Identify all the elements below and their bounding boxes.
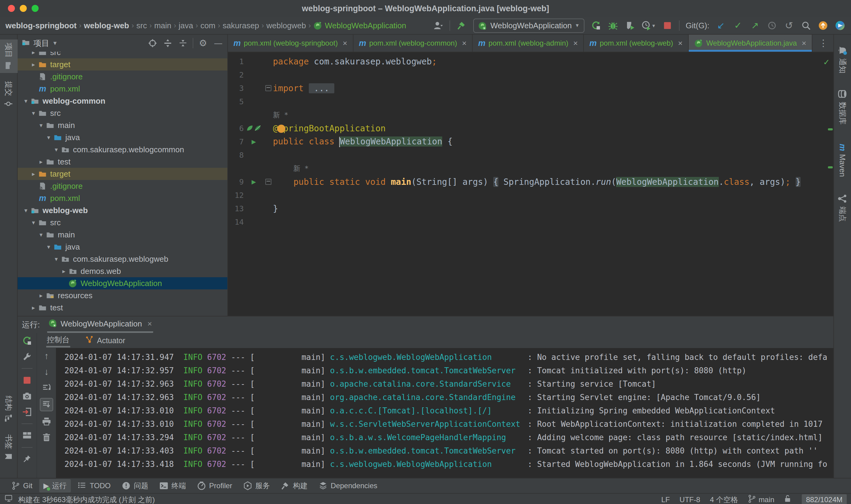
close-window-button[interactable] — [8, 5, 15, 12]
tool-window-button-构建[interactable]: 构建 — [276, 479, 312, 492]
code-line-6[interactable]: 6@SpringBootApplication — [228, 122, 833, 135]
chevron-collapsed-icon[interactable]: ▸ — [37, 292, 45, 299]
stop-button[interactable] — [662, 20, 673, 31]
editor-tab-pom.xml (weblog-springboot)[interactable]: mpom.xml (weblog-springboot)× — [228, 35, 354, 52]
fold-marker-icon[interactable] — [265, 85, 271, 91]
chevron-expanded-icon[interactable]: ▾ — [45, 243, 53, 251]
chevron-expanded-icon[interactable]: ▾ — [30, 109, 37, 117]
tree-row-target[interactable]: ▸target — [18, 58, 227, 71]
chevron-expanded-icon[interactable]: ▾ — [30, 219, 37, 226]
project-tree[interactable]: ▸src▸target.gitignorempom.xml▾weblog-com… — [18, 52, 227, 316]
breadcrumb-item[interactable]: sakurasep — [223, 21, 259, 31]
encoding-widget[interactable]: UTF-8 — [680, 496, 700, 504]
tool-window-button-服务[interactable]: 服务 — [239, 479, 274, 492]
chevron-expanded-icon[interactable]: ▾ — [22, 97, 30, 105]
log-row[interactable]: 2024-01-07 14:17:33.010 INFO 6702 --- [m… — [65, 417, 833, 431]
search-everywhere-button[interactable] — [800, 20, 812, 31]
tree-row-java[interactable]: ▾java — [18, 241, 227, 253]
expand-all-button[interactable] — [162, 38, 173, 49]
code-with-me-button[interactable] — [835, 20, 846, 31]
tab-actuator[interactable]: Actuator — [85, 334, 126, 347]
edit-configuration-button[interactable] — [22, 351, 33, 362]
profile-button[interactable] — [433, 20, 443, 31]
log-row[interactable]: 2024-01-07 14:17:31.947 INFO 6702 --- [m… — [65, 350, 833, 364]
code-line-2[interactable]: 2 — [228, 68, 833, 82]
tree-row-WeblogWebApplication[interactable]: WeblogWebApplication — [18, 277, 227, 289]
chevron-expanded-icon[interactable]: ▾ — [37, 231, 45, 238]
git-update-button[interactable]: ↙ — [716, 20, 726, 31]
run-gutter-icon[interactable]: ▶ — [252, 178, 256, 186]
chevron-collapsed-icon[interactable]: ▸ — [30, 304, 37, 311]
tree-row-src[interactable]: ▾src — [18, 216, 227, 229]
layout-widget-icon[interactable] — [4, 495, 13, 504]
tree-row-com.sakurasep.weblogweb[interactable]: ▾com.sakurasep.weblogweb — [18, 253, 227, 265]
close-icon[interactable]: × — [462, 39, 467, 48]
rollback-button[interactable]: ↺ — [783, 20, 795, 31]
code-line-14[interactable]: 14 — [228, 215, 833, 229]
log-row[interactable]: 2024-01-07 14:17:33.010 INFO 6702 --- [m… — [65, 404, 833, 417]
tree-row-pom.xml[interactable]: mpom.xml — [18, 83, 227, 95]
breadcrumb-file[interactable]: WeblogWebApplication — [313, 21, 406, 31]
tree-row-main[interactable]: ▾main — [18, 119, 227, 131]
breadcrumb[interactable]: weblog-springboot›weblog-web›src›main›ja… — [5, 21, 406, 31]
tree-row-.gitignore[interactable]: .gitignore — [18, 71, 227, 83]
breadcrumb-item[interactable]: weblogweb — [267, 21, 306, 31]
code-line-12[interactable]: 12 — [228, 188, 833, 202]
code-line-1[interactable]: 1package com.sakurasep.weblogweb; — [228, 55, 833, 68]
tool-window-button-运行[interactable]: ▶运行 — [39, 479, 71, 492]
window-controls[interactable] — [8, 5, 39, 12]
code-line-3[interactable]: 3import ... — [228, 82, 833, 95]
hide-panel-button[interactable]: — — [213, 38, 224, 49]
panel-settings-button[interactable]: ⚙ — [198, 38, 209, 49]
log-row[interactable]: 2024-01-07 14:17:33.294 INFO 6702 --- [m… — [65, 431, 833, 444]
log-row[interactable]: 2024-01-07 14:17:32.963 INFO 6702 --- [m… — [65, 391, 833, 404]
editor-tab-WeblogWebApplication.java[interactable]: WeblogWebApplication.java× — [689, 35, 812, 52]
close-icon[interactable]: × — [678, 39, 683, 48]
tree-row-resources[interactable]: ▸resources — [18, 289, 227, 302]
chevron-expanded-icon[interactable]: ▾ — [37, 122, 45, 129]
scroll-to-end-button[interactable] — [40, 398, 53, 411]
git-branch-widget[interactable]: main — [748, 494, 774, 504]
memory-indicator[interactable]: 882/1024M — [802, 494, 847, 504]
log-row[interactable]: 2024-01-07 14:17:33.403 INFO 6702 --- [m… — [65, 444, 833, 457]
tree-row-test[interactable]: ▸test — [18, 302, 227, 314]
tree-row-test[interactable]: ▸test — [18, 156, 227, 168]
tool-window-button-Dependencies[interactable]: Dependencies — [314, 480, 381, 492]
close-icon[interactable]: × — [343, 39, 347, 48]
inspections-ok-icon[interactable]: ✓ — [823, 56, 829, 67]
breadcrumb-item[interactable]: weblog-springboot — [5, 21, 77, 31]
chevron-expanded-icon[interactable]: ▾ — [52, 146, 60, 153]
chevron-expanded-icon[interactable]: ▾ — [22, 207, 30, 214]
pin-tab-button[interactable] — [22, 454, 33, 465]
log-row[interactable]: 2024-01-07 14:17:33.418 INFO 6702 --- [m… — [65, 457, 833, 471]
tree-row-target[interactable]: ▸target — [18, 168, 227, 180]
git-push-button[interactable]: ↗ — [749, 20, 760, 31]
git-commit-button[interactable]: ✓ — [732, 20, 743, 31]
code-line-7[interactable]: 7▶public class WeblogWebApplication { — [228, 135, 833, 148]
code-vision-hint[interactable]: 新 * — [228, 108, 833, 122]
tool-window-button-问题[interactable]: 问题 — [117, 479, 152, 492]
tree-row-src[interactable]: ▾src — [18, 107, 227, 119]
breadcrumb-item[interactable]: com — [200, 21, 215, 31]
tree-row-demos.web[interactable]: ▸demos.web — [18, 265, 227, 277]
stop-process-button[interactable] — [22, 375, 33, 386]
close-icon[interactable]: × — [573, 39, 578, 48]
run-gutter-icon[interactable]: ▶ — [252, 138, 256, 146]
breadcrumb-item[interactable]: src — [137, 21, 147, 31]
log-row[interactable]: 2024-01-07 14:17:32.957 INFO 6702 --- [m… — [65, 364, 833, 377]
tool-window-button-TODO[interactable]: TODO — [73, 480, 115, 492]
unlock-icon[interactable] — [784, 494, 792, 504]
project-view-selector[interactable]: 项目 ▼ — [21, 38, 58, 49]
tree-row-java[interactable]: ▾java — [18, 131, 227, 143]
close-icon[interactable]: × — [147, 319, 152, 329]
breadcrumb-item[interactable]: main — [154, 21, 171, 31]
run-configuration-tab[interactable]: WeblogWebApplication × — [47, 317, 153, 333]
editor-tabs[interactable]: mpom.xml (weblog-springboot)×mpom.xml (w… — [228, 35, 833, 52]
layout-settings-button[interactable] — [22, 430, 33, 441]
clear-console-button[interactable] — [41, 432, 52, 443]
tree-row-pom.xml[interactable]: mpom.xml — [18, 192, 227, 204]
tree-row-.gitignore[interactable]: .gitignore — [18, 180, 227, 192]
chevron-expanded-icon[interactable]: ▾ — [45, 134, 53, 141]
tool-window-button-Git[interactable]: Git — [7, 480, 37, 492]
next-occurrence-button[interactable]: ↓ — [41, 366, 52, 377]
